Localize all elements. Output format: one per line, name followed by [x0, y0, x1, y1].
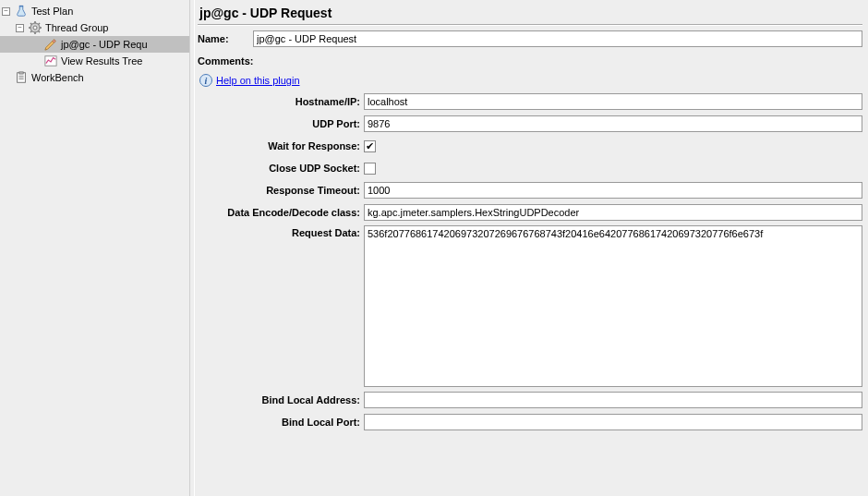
port-label: UDP Port: [198, 118, 364, 129]
request-data-label: Request Data: [198, 225, 364, 238]
svg-line-7 [30, 23, 32, 25]
name-input[interactable] [253, 30, 862, 47]
timeout-label: Response Timeout: [198, 185, 364, 196]
row-request-data: Request Data: [198, 225, 862, 387]
row-close: Close UDP Socket: [198, 159, 862, 177]
tree-node-test-plan[interactable]: − Test Plan [0, 3, 189, 19]
divider [198, 24, 862, 26]
clipboard-icon [14, 70, 29, 85]
row-bind-addr: Bind Local Address: [198, 391, 862, 409]
bind-port-input[interactable] [364, 414, 862, 430]
row-timeout: Response Timeout: [198, 181, 862, 200]
row-comments: Comments: [198, 52, 862, 70]
name-label: Name: [198, 33, 253, 44]
wait-checkbox[interactable]: ✔ [364, 140, 376, 152]
bind-port-label: Bind Local Port: [198, 417, 364, 428]
bind-addr-label: Bind Local Address: [198, 394, 364, 405]
svg-point-2 [33, 26, 37, 30]
decode-label: Data Encode/Decode class: [198, 207, 364, 218]
tree-label: jp@gc - UDP Requ [61, 39, 148, 50]
svg-line-8 [39, 31, 41, 33]
tree-node-udp-request[interactable]: jp@gc - UDP Requ [0, 36, 189, 53]
port-input[interactable] [364, 115, 862, 132]
svg-line-10 [39, 23, 41, 25]
hostname-label: Hostname/IP: [198, 96, 364, 107]
svg-line-9 [30, 31, 32, 33]
bind-addr-input[interactable] [364, 392, 862, 408]
tree-node-thread-group[interactable]: − Thread Group [0, 19, 189, 36]
gear-icon [28, 20, 42, 35]
chart-icon [43, 54, 58, 68]
svg-rect-0 [19, 6, 23, 6]
svg-rect-13 [19, 72, 23, 74]
hostname-input[interactable] [364, 93, 862, 110]
wait-label: Wait for Response: [198, 140, 364, 151]
pencil-icon [43, 37, 58, 52]
row-name: Name: [198, 30, 862, 48]
row-wait: Wait for Response: ✔ [198, 137, 862, 155]
row-port: UDP Port: [198, 115, 862, 133]
panel-title: jp@gc - UDP Request [198, 0, 862, 24]
tree-node-view-results[interactable]: View Results Tree [0, 53, 189, 69]
help-link[interactable]: Help on this plugin [216, 75, 300, 86]
expand-icon[interactable]: − [16, 24, 24, 32]
tree-label: Thread Group [45, 22, 108, 33]
tree-panel: − Test Plan − Thread Group jp@gc - UDP R… [0, 0, 189, 496]
timeout-input[interactable] [364, 182, 862, 199]
comments-label: Comments: [198, 55, 262, 67]
main-panel: jp@gc - UDP Request Name: Comments: i He… [195, 0, 868, 496]
expand-icon[interactable]: − [2, 7, 10, 16]
row-help: i Help on this plugin [198, 74, 862, 87]
row-hostname: Hostname/IP: [198, 92, 862, 111]
row-bind-port: Bind Local Port: [198, 413, 862, 431]
info-icon: i [199, 74, 212, 87]
decode-input[interactable] [364, 204, 862, 221]
beaker-icon [14, 4, 29, 18]
close-label: Close UDP Socket: [198, 163, 364, 174]
tree-node-workbench[interactable]: WorkBench [0, 69, 189, 86]
close-checkbox[interactable] [364, 163, 376, 175]
row-decode: Data Encode/Decode class: [198, 203, 862, 222]
tree-label: WorkBench [31, 72, 84, 83]
request-data-textarea[interactable] [364, 225, 862, 387]
tree-label: Test Plan [31, 6, 73, 17]
tree-label: View Results Tree [61, 55, 142, 67]
